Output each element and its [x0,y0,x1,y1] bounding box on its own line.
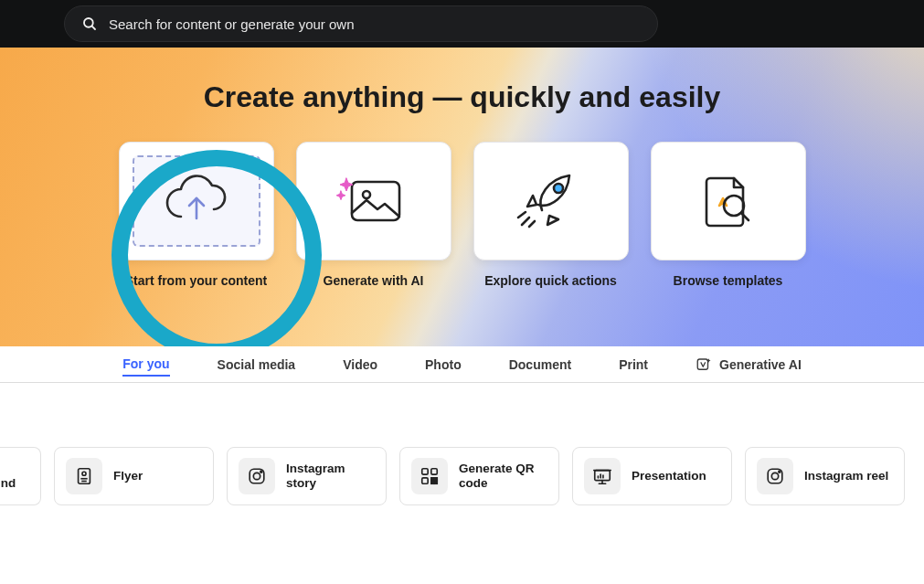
qa-instagram-reel[interactable]: Instagram reel [745,447,905,505]
flyer-icon [66,458,102,494]
upload-dropzone [133,155,260,247]
instagram-icon [239,458,275,494]
category-tabs: For you Social media Video Photo Documen… [0,346,924,383]
qa-remove-background[interactable]: Remove background [0,447,41,505]
cloud-upload-icon [161,175,232,228]
quick-actions-row: Remove background Flyer Instagram story … [0,383,924,505]
svg-point-17 [253,473,260,479]
svg-rect-23 [435,482,438,484]
qa-label: Instagram story [286,462,375,491]
qa-flyer[interactable]: Flyer [54,447,214,505]
rocket-icon [513,168,589,234]
svg-point-13 [82,472,86,475]
qa-label: Presentation [632,469,706,483]
qa-qr-code[interactable]: Generate QR code [399,447,559,505]
svg-rect-20 [431,469,437,474]
svg-rect-3 [352,182,399,220]
svg-rect-19 [422,469,428,474]
presentation-icon [584,458,621,494]
tab-document[interactable]: Document [509,354,571,376]
card-label: Generate with AI [324,273,424,288]
svg-rect-25 [435,478,438,481]
card-start-from-content[interactable]: Start from your content [119,142,274,288]
qa-presentation[interactable]: Presentation [572,447,732,505]
tab-generative-ai[interactable]: Generative AI [696,353,802,377]
card-label: Start from your content [125,273,268,288]
tab-photo[interactable]: Photo [425,354,462,376]
hero-title: Create anything — quickly and easily [0,80,924,114]
search-field[interactable] [64,5,658,42]
sparkle-square-icon [696,356,712,373]
svg-line-7 [529,221,535,227]
search-icon [81,16,98,32]
card-label: Explore quick actions [484,273,617,288]
svg-rect-26 [595,471,611,481]
hero-section: Create anything — quickly and easily Sta… [0,48,924,346]
hero-cards: Start from your content Generate with AI [0,142,924,288]
svg-line-6 [522,218,529,225]
svg-point-4 [363,191,370,198]
qa-label: Instagram reel [804,469,888,483]
card-quick-actions[interactable]: Explore quick actions [473,142,629,288]
svg-point-18 [260,471,262,473]
tab-print[interactable]: Print [619,354,648,376]
tab-label: Generative AI [719,357,802,372]
qa-label: Generate QR code [459,462,547,491]
tab-for-you[interactable]: For you [122,353,169,377]
svg-point-35 [779,471,781,473]
svg-line-8 [518,212,526,218]
search-input[interactable] [109,16,641,32]
qa-instagram-story[interactable]: Instagram story [227,447,387,505]
qa-label: Flyer [113,469,143,483]
svg-point-34 [771,473,778,479]
svg-point-5 [554,184,563,193]
svg-rect-24 [431,482,434,484]
svg-line-1 [92,27,95,29]
card-generate-ai[interactable]: Generate with AI [296,142,451,288]
template-search-icon [692,169,765,233]
svg-rect-22 [431,478,434,481]
top-bar [0,0,924,48]
qa-label: Remove background [0,462,29,491]
svg-rect-11 [697,359,707,369]
tab-social-media[interactable]: Social media [218,354,296,376]
card-label: Browse templates [674,273,783,288]
card-browse-templates[interactable]: Browse templates [651,142,806,288]
image-sparkle-icon [335,169,412,233]
svg-rect-21 [422,478,428,483]
qr-icon [411,458,448,494]
tab-video[interactable]: Video [343,354,377,376]
instagram-icon [757,458,793,494]
